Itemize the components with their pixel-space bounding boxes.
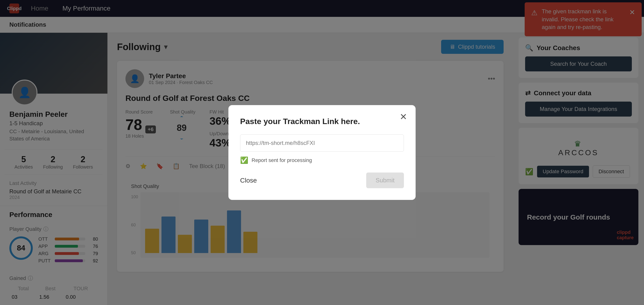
trackman-link-input[interactable]: [240, 134, 404, 152]
trackman-modal: ✕ Paste your Trackman Link here. ✅ Repor…: [228, 105, 416, 200]
modal-overlay[interactable]: ✕ Paste your Trackman Link here. ✅ Repor…: [0, 0, 644, 305]
success-text: Report sent for processing: [252, 157, 312, 164]
modal-close-icon[interactable]: ✕: [400, 112, 407, 122]
modal-submit-button[interactable]: Submit: [366, 172, 404, 188]
modal-title: Paste your Trackman Link here.: [240, 117, 404, 126]
modal-close-button[interactable]: Close: [240, 177, 257, 184]
modal-footer: Close Submit: [240, 172, 404, 188]
modal-success-message: ✅ Report sent for processing: [240, 156, 404, 164]
success-checkmark-icon: ✅: [240, 156, 248, 164]
